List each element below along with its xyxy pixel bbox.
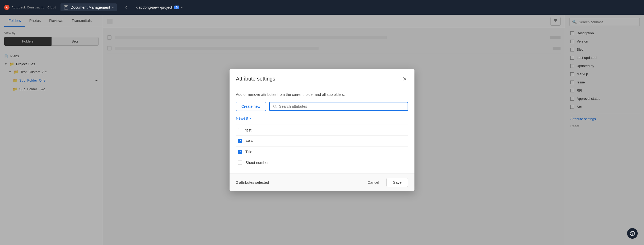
- document-mgmt-icon: [64, 5, 68, 10]
- attribute-settings-modal: Attribute settings ✕ Add or remove attri…: [230, 69, 414, 191]
- dropdown-arrow-icon: ▾: [112, 6, 114, 9]
- modal-description: Add or remove attributes from the curren…: [236, 92, 408, 97]
- back-icon: [124, 5, 128, 10]
- modal-overlay: Attribute settings ✕ Add or remove attri…: [0, 15, 644, 245]
- attr-item[interactable]: Sheet number: [236, 157, 408, 168]
- save-button[interactable]: Save: [386, 178, 408, 187]
- back-button[interactable]: [121, 4, 132, 11]
- main-layout: Folders Photos Reviews Transmittals View…: [0, 15, 644, 245]
- sort-label[interactable]: Newest: [236, 116, 248, 120]
- modal-header: Attribute settings ✕: [230, 69, 414, 87]
- modal-toolbar: Create new: [236, 102, 408, 111]
- attr-item[interactable]: test: [236, 125, 408, 136]
- attr-checkbox-2[interactable]: [238, 150, 242, 154]
- search-attributes-icon: [273, 104, 277, 109]
- attr-checkbox-3[interactable]: [238, 161, 242, 165]
- attr-checkbox-1[interactable]: [238, 139, 242, 143]
- attr-label: AAA: [245, 139, 253, 143]
- project-name: xiaodong-new -project: [136, 5, 172, 10]
- attribute-list: testAAATitleSheet number: [236, 125, 408, 168]
- svg-rect-3: [66, 6, 67, 7]
- modal-body: Add or remove attributes from the curren…: [230, 87, 414, 173]
- svg-rect-2: [65, 8, 66, 8]
- project-selector[interactable]: xiaodong-new -project B ▾: [136, 5, 183, 10]
- sort-arrow-icon[interactable]: ▾: [250, 116, 251, 120]
- search-attributes-input[interactable]: [279, 104, 404, 109]
- attrs-selected-text: 2 attributes selected: [236, 180, 269, 185]
- top-nav: A Autodesk Construction Cloud Document M…: [0, 0, 644, 15]
- autodesk-label: Autodesk Construction Cloud: [12, 6, 56, 9]
- help-symbol-icon: [630, 231, 635, 236]
- project-dropdown-icon: ▾: [181, 6, 183, 9]
- sort-bar: Newest ▾: [236, 115, 408, 121]
- svg-rect-5: [66, 8, 67, 8]
- attr-label: test: [245, 128, 251, 132]
- attr-item[interactable]: Title: [236, 147, 408, 157]
- autodesk-icon: A: [4, 5, 10, 10]
- document-management-button[interactable]: Document Management ▾: [60, 3, 116, 11]
- modal-title: Attribute settings: [236, 76, 275, 82]
- cancel-button[interactable]: Cancel: [363, 178, 383, 187]
- help-icon[interactable]: [627, 228, 638, 239]
- attr-label: Sheet number: [245, 161, 269, 165]
- autodesk-logo: A Autodesk Construction Cloud: [4, 5, 56, 10]
- modal-footer: 2 attributes selected Cancel Save: [230, 173, 414, 191]
- project-badge: B: [174, 6, 179, 9]
- svg-rect-4: [66, 7, 67, 7]
- modal-close-button[interactable]: ✕: [402, 75, 408, 83]
- attr-checkbox-0[interactable]: [238, 128, 242, 132]
- attr-item[interactable]: AAA: [236, 136, 408, 147]
- svg-line-7: [276, 107, 277, 108]
- attr-label: Title: [245, 150, 252, 154]
- svg-rect-1: [65, 6, 66, 7]
- footer-actions: Cancel Save: [363, 178, 408, 187]
- document-management-label: Document Management: [71, 5, 110, 10]
- search-attributes-wrapper: [269, 102, 408, 111]
- create-new-button[interactable]: Create new: [236, 102, 266, 111]
